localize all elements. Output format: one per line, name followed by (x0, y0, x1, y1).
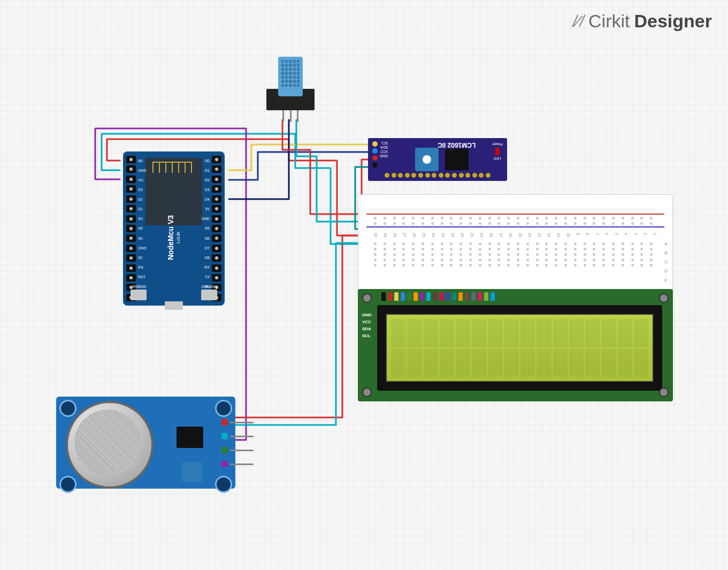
i2c-pin-scl[interactable] (372, 141, 378, 147)
lcd-top-pin-4[interactable] (401, 292, 405, 301)
nodemcu-rst-button[interactable] (131, 290, 147, 300)
nodemcu-pin-3v[interactable] (212, 205, 221, 212)
nodemcu-pin-gnd[interactable] (126, 165, 136, 173)
nodemcu-pin-3v[interactable] (126, 254, 136, 262)
lcd-top-pin-2[interactable] (388, 292, 392, 301)
nodemcu-d4-to-dht-data[interactable] (229, 120, 289, 199)
i2c-title: LCM1602 IIC (438, 141, 476, 149)
nodemcu-pin-s1[interactable] (126, 205, 136, 212)
contrast-pot-icon[interactable] (415, 148, 439, 171)
nodemcu-pin-d4[interactable] (212, 195, 221, 203)
lcd-top-pin-18[interactable] (491, 292, 495, 301)
mq-pin-vcc[interactable] (221, 419, 254, 425)
nodemcu-pin-rst[interactable] (126, 274, 136, 282)
lcd-top-pin-15[interactable] (471, 292, 476, 301)
nodemcu-subtitle: LoLin (175, 215, 182, 260)
lcd-top-pin-7[interactable] (420, 292, 424, 301)
mq-pin-ao[interactable] (221, 461, 254, 467)
lcd-top-pin-9[interactable] (433, 292, 437, 301)
nodemcu-pin-d8[interactable] (212, 254, 221, 262)
nodemcu-pin-s3[interactable] (126, 185, 136, 193)
lcd-top-pin-1[interactable] (381, 292, 386, 301)
usb-port-icon (165, 301, 183, 310)
i2c-pin-gnd[interactable] (372, 162, 378, 168)
i2c-pin-sda[interactable] (372, 148, 378, 154)
nodemcu-pin-s0[interactable] (126, 225, 136, 232)
comparator-ic-icon (177, 427, 203, 448)
nodemcu-pin-s2[interactable] (126, 195, 136, 203)
power-led-icon: PowerLED (492, 142, 503, 161)
lcd-top-pin-13[interactable] (458, 292, 463, 301)
lcd-top-pin-17[interactable] (484, 292, 488, 301)
lcd-top-pin-6[interactable] (413, 292, 418, 301)
nodemcu-pin-gnd[interactable] (126, 245, 136, 252)
nodemcu-pin-sc[interactable] (126, 215, 136, 223)
nodemcu-pin-d0[interactable] (212, 156, 221, 163)
nodemcu-pin-d2[interactable] (212, 176, 221, 183)
lcd-top-pin-14[interactable] (465, 292, 469, 301)
flash-label: FLASH (205, 285, 217, 288)
nodemcu-pin-d1[interactable] (212, 165, 221, 173)
lcm1602-iic-backpack[interactable]: SCLSDAVCCGND LCM1602 IIC PowerLED (368, 138, 507, 181)
nodemcu-pin-vu[interactable] (126, 176, 136, 183)
nodemcu-pin-d5[interactable] (212, 225, 221, 232)
threshold-pot-icon[interactable] (182, 462, 202, 482)
lcd-top-pin-11[interactable] (446, 292, 450, 301)
nodemcu-pin-gnd[interactable] (212, 215, 221, 223)
nodemcu-pin-en[interactable] (126, 264, 136, 272)
mq-pin-gnd[interactable] (221, 433, 254, 439)
nodemcu-pin-d7[interactable] (212, 245, 221, 252)
lcd-top-pin-16[interactable] (478, 292, 482, 301)
nodemcu-flash-button[interactable] (201, 290, 217, 300)
nodemcu-v3[interactable]: A0GNDVUS3S2S1SCS0SKGND3VENRSTGNDVIN D0D1… (123, 151, 225, 306)
lcd-top-pin-10[interactable] (439, 292, 443, 301)
nodemcu-pin-tx[interactable] (212, 274, 221, 282)
lcd-top-pin-8[interactable] (426, 292, 431, 301)
i2c-pin-vcc[interactable] (372, 155, 378, 161)
mq-pin-do[interactable] (221, 447, 254, 453)
dht11-sensor[interactable] (266, 57, 315, 118)
nodemcu-pin-d3[interactable] (212, 185, 221, 193)
lcd-top-pin-5[interactable] (407, 292, 411, 301)
lcd-16x2-i2c[interactable]: GNDVCCSDASCL (358, 289, 673, 401)
rst-label: RST (133, 285, 140, 288)
pcf8574-ic-icon (445, 149, 469, 170)
mq-gas-sensor[interactable] (56, 389, 235, 496)
lcd-top-pin-3[interactable] (394, 292, 399, 301)
nodemcu-pin-rx[interactable] (212, 264, 221, 272)
nodemcu-d1-to-i2c-scl[interactable] (229, 145, 374, 170)
nodemcu-pin-a0[interactable] (126, 156, 136, 163)
nodemcu-pin-sk[interactable] (126, 234, 136, 242)
nodemcu-pin-d6[interactable] (212, 234, 221, 242)
nodemcu-title: NodeMcu V3 (166, 215, 175, 260)
lcd-top-pin-12[interactable] (452, 292, 456, 301)
esp-antenna-icon (151, 160, 197, 175)
